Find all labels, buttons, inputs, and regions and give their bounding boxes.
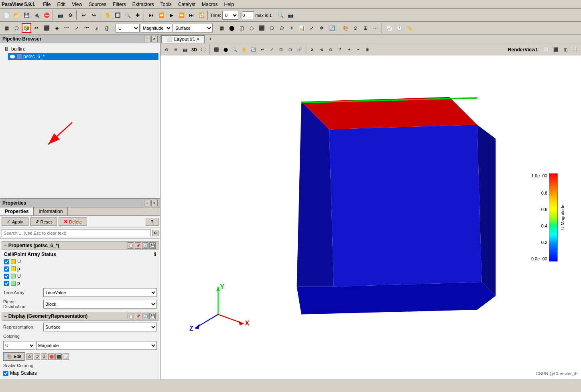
array-check-U-point[interactable] — [4, 274, 9, 279]
menu-edit[interactable]: Edit — [54, 1, 69, 8]
wireframe-btn[interactable]: ⬡ — [12, 23, 21, 33]
props-close-btn[interactable]: × — [151, 200, 158, 206]
time-input[interactable] — [242, 11, 254, 19]
disconnect-button[interactable]: ⛔ — [42, 10, 51, 20]
array-check-U-cell[interactable] — [4, 259, 9, 264]
render-interact-btn[interactable]: ⛶ — [199, 45, 208, 54]
render-ortho-btn[interactable]: ⬡ — [286, 45, 295, 54]
redo-button[interactable]: ↪ — [89, 10, 99, 20]
last-frame[interactable]: ⏭ — [187, 10, 196, 20]
tab-information[interactable]: Information — [34, 207, 68, 215]
delete-button[interactable]: ✖ Delete — [59, 217, 87, 226]
props-copy-btn[interactable]: 📋 — [128, 242, 134, 249]
render-delete-btn[interactable]: 🗑 — [363, 45, 372, 54]
props-search-input[interactable] — [2, 229, 150, 237]
render-pan-btn[interactable]: ✋ — [240, 45, 248, 54]
rescale-btn[interactable]: ⊙ — [26, 353, 33, 360]
select-points-through[interactable]: ◌ — [247, 23, 256, 33]
pipeline-item-builtin[interactable]: 🖥 builtin: — [2, 45, 158, 53]
help-button[interactable]: ? — [146, 218, 158, 226]
rescale-custom-btn[interactable]: ⊕ — [41, 353, 47, 360]
edit-coloring-btn[interactable]: 🎨 Edit — [3, 352, 25, 361]
reset-range-btn[interactable]: 🔴 — [48, 353, 55, 360]
render-select-btn[interactable]: ⬛ — [212, 45, 221, 54]
props-paste-btn[interactable]: 📌 — [135, 242, 141, 249]
split-v-btn[interactable]: ◫ — [561, 45, 570, 54]
threshold-btn[interactable]: ◈ — [52, 23, 61, 33]
single-view-btn[interactable]: ⬜ — [542, 45, 551, 54]
save-button[interactable]: 💾 — [22, 10, 31, 20]
warp-btn[interactable]: ⎎ — [92, 23, 102, 33]
render-plus-btn[interactable]: + — [345, 45, 353, 54]
coloring-options-btn[interactable]: ⬛ — [55, 353, 62, 360]
loop-button[interactable]: 🔁 — [197, 10, 206, 20]
render-axis-x-btn[interactable]: X — [308, 45, 317, 54]
pipeline-min-btn[interactable]: − — [144, 36, 150, 42]
toggle-legend-btn[interactable]: 📊 — [63, 353, 69, 360]
tab-properties[interactable]: Properties — [0, 207, 34, 215]
toolbar-settings[interactable]: ⚙ — [65, 10, 75, 20]
collapse-display-icon[interactable]: − — [4, 314, 7, 319]
select-chart[interactable]: 📊 — [297, 23, 307, 33]
glyph-btn[interactable]: ↗ — [72, 23, 81, 33]
select-block[interactable]: ⬛ — [257, 23, 266, 33]
reset-button[interactable]: ↺ Reset — [30, 217, 57, 226]
contour-btn[interactable]: 〰 — [62, 23, 71, 33]
reset-camera-btn[interactable]: ⊙ — [162, 45, 171, 54]
zoom-to-data-btn[interactable]: ⊕ — [171, 45, 180, 54]
props-reload-btn[interactable]: 🔄 — [142, 242, 148, 249]
layout-tab-1[interactable]: ⬜ Layout #1 × — [161, 35, 205, 43]
array-check-p-point[interactable] — [4, 281, 9, 286]
screenshot-render-btn[interactable]: 📷 — [181, 45, 189, 54]
menu-filters[interactable]: Filters — [110, 1, 129, 8]
menu-catalyst[interactable]: Catalyst — [175, 1, 199, 8]
render-rotate-btn[interactable]: 🔃 — [249, 45, 258, 54]
clip-btn[interactable]: ✂ — [32, 23, 41, 33]
annotate-time[interactable]: 🕐 — [394, 23, 404, 33]
show-hide-orient[interactable]: ⊞ — [361, 23, 370, 33]
display-save-btn[interactable]: 💾 — [149, 313, 156, 319]
search-toolbar[interactable]: 🔍 — [276, 10, 285, 20]
interact-button[interactable]: ✋ — [103, 10, 112, 20]
time-array-select[interactable]: TimeValue — [43, 288, 157, 297]
render-zoom-btn[interactable]: 🔍 — [230, 45, 239, 54]
select-custom[interactable]: ✳ — [287, 23, 297, 33]
array-status-icon[interactable]: ℹ — [154, 252, 156, 257]
select-button[interactable]: 🔲 — [113, 10, 122, 20]
streamtrace-btn[interactable]: 〜 — [82, 23, 91, 33]
select-cells-through[interactable]: ◫ — [237, 23, 246, 33]
first-frame[interactable]: ⏮ — [146, 10, 156, 20]
render-roll-btn[interactable]: ↩ — [258, 45, 267, 54]
select-cells-on[interactable]: ▦ — [217, 23, 226, 33]
menu-tools[interactable]: Tools — [157, 1, 175, 8]
render-axis-z-btn[interactable]: ⊙ — [326, 45, 335, 54]
undo-button[interactable]: ↩ — [79, 10, 89, 20]
select-polygon[interactable]: ⬠ — [277, 23, 286, 33]
connect-button[interactable]: 🔌 — [32, 10, 41, 20]
render-link-btn[interactable]: 🔗 — [295, 45, 304, 54]
zoom-button[interactable]: 🔍 — [123, 10, 132, 20]
render-canvas[interactable]: Y X Z 1.0e+00 0.8 0.6 — [160, 55, 581, 379]
freeze-selection[interactable]: ❄ — [317, 23, 327, 33]
piece-dist-select[interactable]: Block — [43, 300, 157, 309]
add-layout-btn[interactable]: + — [206, 35, 215, 44]
toolbar-screenshot[interactable]: 📷 — [55, 10, 65, 20]
extract-block-btn[interactable] — [22, 23, 31, 33]
representation-select-props[interactable]: Surface — [43, 323, 157, 331]
move-button[interactable]: ✚ — [133, 10, 142, 20]
slice-btn[interactable]: ⬛ — [42, 23, 51, 33]
menu-extractors[interactable]: Extractors — [129, 1, 157, 8]
map-scalars-check[interactable] — [3, 371, 8, 376]
show-statistics[interactable]: 📈 — [384, 23, 394, 33]
display-reload-btn[interactable]: 🔄 — [142, 313, 148, 319]
select-frustum[interactable]: ⬡ — [267, 23, 276, 33]
render-zoom2-btn[interactable]: ⤢ — [267, 45, 276, 54]
new-button[interactable]: 📄 — [2, 10, 11, 20]
render-axis-y-btn[interactable]: ·X — [317, 45, 326, 54]
menu-macros[interactable]: Macros — [199, 1, 221, 8]
render-help-btn[interactable]: ? — [335, 45, 344, 54]
props-save-btn[interactable]: 💾 — [149, 242, 156, 249]
representation-select[interactable]: Surface — [173, 24, 213, 32]
array-check-p-cell[interactable] — [4, 266, 9, 272]
group-btn[interactable]: {} — [102, 23, 112, 33]
